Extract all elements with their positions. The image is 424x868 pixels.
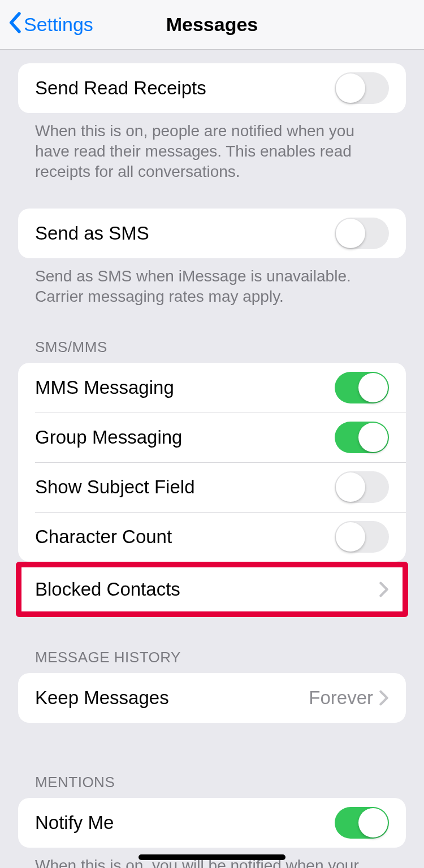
home-indicator[interactable] [139,854,285,860]
row-label: Send Read Receipts [35,77,335,99]
row-value: Forever [309,687,373,709]
row-send-as-sms[interactable]: Send as SMS [18,209,406,258]
toggle-group-messaging[interactable] [335,422,389,453]
row-mms-messaging[interactable]: MMS Messaging [18,363,406,413]
footer-read-receipts: When this is on, people are notified whe… [18,113,406,181]
back-button[interactable]: Settings [0,12,93,38]
section-header-message-history: MESSAGE HISTORY [18,649,406,673]
chevron-right-icon [379,690,389,706]
back-label: Settings [24,14,93,36]
row-group-messaging[interactable]: Group Messaging [18,413,406,462]
chevron-left-icon [8,12,21,38]
row-blocked-contacts[interactable]: Blocked Contacts [21,567,403,611]
row-label: Send as SMS [35,223,335,244]
row-label: Group Messaging [35,427,335,448]
toggle-send-as-sms[interactable] [335,218,389,249]
row-label: Show Subject Field [35,476,335,498]
toggle-mms-messaging[interactable] [335,372,389,403]
toggle-send-read-receipts[interactable] [335,72,389,104]
section-header-mentions: MENTIONS [18,774,406,798]
toggle-notify-me[interactable] [335,807,389,839]
row-show-subject-field[interactable]: Show Subject Field [18,462,406,512]
row-keep-messages[interactable]: Keep Messages Forever [18,673,406,723]
footer-send-as-sms: Send as SMS when iMessage is unavailable… [18,258,406,307]
chevron-right-icon [379,581,389,597]
row-label: Character Count [35,526,335,548]
row-notify-me[interactable]: Notify Me [18,798,406,848]
highlight-blocked-contacts: Blocked Contacts [16,562,408,617]
row-label: Blocked Contacts [35,579,379,600]
row-send-read-receipts[interactable]: Send Read Receipts [18,63,406,113]
row-character-count[interactable]: Character Count [18,512,406,562]
row-label: MMS Messaging [35,377,335,398]
toggle-show-subject-field[interactable] [335,471,389,503]
toggle-character-count[interactable] [335,521,389,553]
row-label: Notify Me [35,812,335,834]
navigation-bar: Settings Messages [0,0,424,50]
row-label: Keep Messages [35,687,309,709]
section-header-sms-mms: SMS/MMS [18,338,406,363]
